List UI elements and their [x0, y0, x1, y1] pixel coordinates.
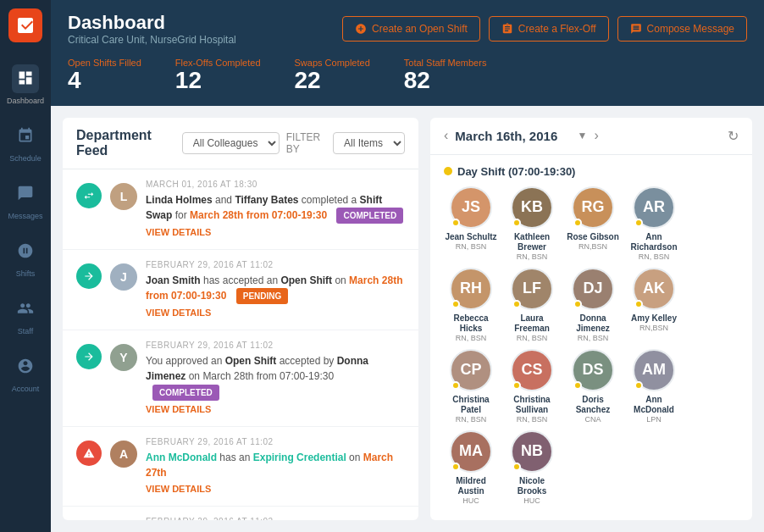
- view-details-link-2[interactable]: VIEW DETAILS: [146, 308, 211, 318]
- staff-status-dot: [634, 300, 643, 308]
- day-shift-title: Day Shift (07:00-19:30): [444, 165, 739, 178]
- day-shift-staff-grid: JS Jean Schultz RN, BSN KB Kathleen Brew…: [444, 186, 739, 505]
- staff-role: RN, BSN: [456, 242, 487, 251]
- staff-name: Ann Richardson: [627, 232, 681, 252]
- alert-icon: [83, 447, 95, 459]
- staff-status-dot: [512, 300, 521, 308]
- account-icon: [17, 357, 34, 374]
- staff-card: JS Jean Schultz RN, BSN: [444, 186, 498, 261]
- colleagues-filter[interactable]: All Colleagues: [182, 132, 280, 154]
- staff-icon: [17, 300, 34, 317]
- sidebar-label-messages: Messages: [8, 212, 42, 220]
- feed-body-4: Ann McDonald has an Expiring Credential …: [146, 450, 405, 480]
- feed-item: L MARCH 01, 2016 AT 18:30 Linda Holmes a…: [63, 169, 418, 250]
- schedule-icon: [17, 127, 34, 144]
- staff-card: AR Ann Richardson RN, BSN: [627, 186, 681, 261]
- calendar-dropdown-icon[interactable]: ▼: [578, 130, 588, 141]
- calendar-prev-button[interactable]: ‹: [444, 128, 448, 143]
- staff-card: KB Kathleen Brewer RN, BSN: [505, 186, 559, 261]
- stats-bar: Open Shifts Filled 4 Flex-Offs Completed…: [51, 58, 764, 106]
- staff-status-dot: [512, 219, 521, 227]
- staff-name: Rose Gibson: [567, 232, 619, 242]
- create-flex-off-label: Create a Flex-Off: [518, 23, 596, 35]
- feed-date-4: FEBRUARY 29, 2016 AT 11:02: [146, 437, 405, 446]
- staff-avatar-wrapper: RH: [450, 268, 492, 310]
- staff-avatar-wrapper: KB: [511, 186, 553, 229]
- compose-message-label: Compose Message: [647, 23, 734, 35]
- staff-avatar-wrapper: DJ: [572, 268, 614, 310]
- staff-role: HUC: [523, 496, 540, 505]
- staff-avatar-wrapper: MA: [450, 430, 492, 473]
- staff-avatar-wrapper: RG: [572, 186, 614, 229]
- view-details-link-4[interactable]: VIEW DETAILS: [146, 484, 211, 494]
- staff-role: RN, BSN: [578, 334, 609, 342]
- feed-date-1: MARCH 01, 2016 AT 18:30: [146, 180, 405, 189]
- staff-card: LF Laura Freeman RN, BSN: [505, 268, 559, 342]
- calendar-refresh-button[interactable]: ↻: [728, 128, 739, 144]
- staff-card: DS Doris Sanchez CNA: [566, 349, 620, 424]
- staff-role: RN, BSN: [517, 415, 548, 424]
- staff-card: CP Christina Patel RN, BSN: [444, 349, 498, 424]
- feed-date-5: FEBRUARY 29, 2016 AT 11:02: [146, 517, 405, 520]
- staff-role: RN, BSN: [456, 415, 487, 424]
- staff-avatar-wrapper: AK: [633, 268, 675, 310]
- sidebar-item-shifts[interactable]: Shifts: [0, 229, 51, 286]
- calendar-next-button[interactable]: ›: [594, 128, 598, 143]
- stat-open-shifts-value: 4: [68, 68, 141, 94]
- view-details-link-3[interactable]: VIEW DETAILS: [146, 404, 211, 414]
- sidebar: Dashboard Schedule Messages Shifts Staff…: [0, 0, 51, 532]
- staff-avatar-wrapper: JS: [450, 186, 492, 229]
- feed-body-2: Joan Smith has accepted an Open Shift on…: [146, 273, 405, 304]
- staff-role: RN, BSN: [456, 334, 487, 342]
- swing-shift-section: Swing Shift (14:00-22:00) MR Mildred Riv…: [444, 518, 739, 520]
- sidebar-item-account[interactable]: Account: [0, 344, 51, 402]
- staff-card: MA Mildred Austin HUC: [444, 430, 498, 505]
- header-title-block: Dashboard Critical Care Unit, NurseGrid …: [68, 12, 236, 46]
- feed-item-icon-1: [76, 183, 102, 208]
- feed-date-2: FEBRUARY 29, 2016 AT 11:02: [146, 260, 405, 269]
- items-filter[interactable]: All Items: [333, 132, 405, 154]
- calendar-header: ‹ March 16th, 2016 ▼ › ↻: [430, 118, 752, 155]
- sidebar-item-dashboard[interactable]: Dashboard: [0, 56, 51, 114]
- sidebar-label-account: Account: [12, 385, 40, 393]
- feed-item-icon-3: [76, 344, 102, 369]
- stat-swaps-value: 22: [295, 68, 370, 94]
- compose-message-button[interactable]: Compose Message: [617, 16, 747, 42]
- sidebar-item-messages[interactable]: Messages: [0, 171, 51, 229]
- badge-completed-3: COMPLETED: [152, 385, 219, 401]
- staff-name: Mildred Austin: [444, 476, 498, 496]
- feed-item-3: Y FEBRUARY 29, 2016 AT 11:02 You approve…: [63, 330, 418, 426]
- create-flex-off-button[interactable]: Create a Flex-Off: [489, 16, 609, 42]
- staff-name: Christina Sullivan: [505, 395, 559, 415]
- stat-flex-offs: Flex-Offs Completed 12: [175, 58, 261, 94]
- staff-role: HUC: [462, 496, 479, 505]
- feed-body-3: You approved an Open Shift accepted by D…: [146, 353, 405, 400]
- view-details-link-1[interactable]: VIEW DETAILS: [146, 227, 211, 237]
- staff-card: AM Ann McDonald LPN: [627, 349, 681, 424]
- header-buttons: Create an Open Shift Create a Flex-Off C…: [342, 16, 747, 42]
- staff-avatar-wrapper: LF: [511, 268, 553, 310]
- feed-content-2: FEBRUARY 29, 2016 AT 11:02 Joan Smith ha…: [146, 260, 405, 319]
- sidebar-label-shifts: Shifts: [16, 269, 36, 278]
- sidebar-item-schedule[interactable]: Schedule: [0, 114, 51, 171]
- swing-shift-label: Swing Shift (14:00-22:00): [457, 518, 588, 520]
- staff-name: Nicole Brooks: [505, 476, 559, 496]
- staff-status-dot: [451, 300, 460, 308]
- create-open-shift-button[interactable]: Create an Open Shift: [342, 16, 480, 42]
- sidebar-item-staff[interactable]: Staff: [0, 286, 51, 344]
- badge-pending-2: PENDING: [236, 288, 289, 304]
- staff-card: CS Christina Sullivan RN, BSN: [505, 349, 559, 424]
- feed-filters: All Colleagues FILTER BY All Items: [182, 131, 405, 155]
- staff-name: Kathleen Brewer: [505, 232, 559, 252]
- flex-off-icon: [501, 23, 513, 35]
- feed-title: Department Feed: [76, 128, 182, 158]
- page-subtitle: Critical Care Unit, NurseGrid Hospital: [68, 34, 236, 46]
- staff-name: Christina Patel: [444, 395, 498, 415]
- staff-status-dot: [451, 463, 460, 471]
- feed-avatar-2: J: [110, 263, 137, 291]
- shifts-container: Day Shift (07:00-19:30) JS Jean Schultz …: [430, 155, 752, 520]
- staff-name: Jean Schultz: [445, 232, 496, 242]
- staff-name: Laura Freeman: [505, 313, 559, 334]
- day-shift-label: Day Shift (07:00-19:30): [457, 165, 575, 178]
- feed-date-3: FEBRUARY 29, 2016 AT 11:02: [146, 341, 405, 350]
